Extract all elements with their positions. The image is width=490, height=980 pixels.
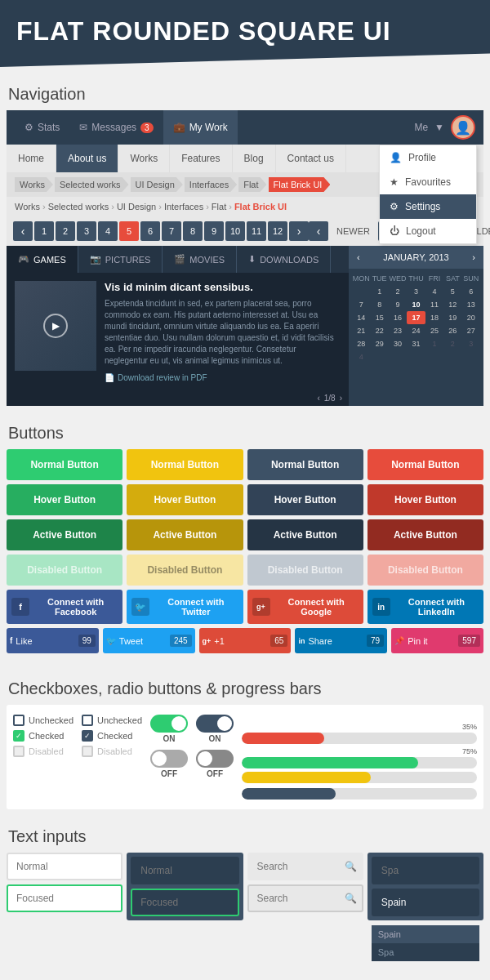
page-7[interactable]: 7 (162, 221, 181, 241)
autocomplete-item-spa[interactable]: Spa (372, 943, 479, 961)
dropdown-favourites[interactable]: ★ Favourites (380, 170, 476, 194)
dropdown-settings[interactable]: ⚙ Settings (380, 194, 476, 219)
toggle-on-2[interactable]: ON (196, 715, 234, 743)
tab-pictures[interactable]: 📷 PICTURES (78, 246, 163, 273)
page-6[interactable]: 6 (140, 221, 160, 241)
breadcrumb-flat[interactable]: Flat (238, 177, 266, 192)
toggle-switch-off-1[interactable] (150, 750, 188, 768)
cal-next-icon[interactable]: › (472, 252, 475, 262)
input-dark-focused[interactable] (131, 889, 238, 916)
page-5[interactable]: 5 (119, 221, 139, 241)
toggle-switch-on-1[interactable] (150, 715, 188, 733)
cal-prev-icon[interactable]: ‹ (357, 252, 360, 262)
pinterest-pin-btn[interactable]: 📌 Pin it 597 (391, 628, 483, 653)
radio-box-checked[interactable]: ✓ (82, 730, 93, 742)
btn-darkblue-normal[interactable]: Normal Button (247, 449, 363, 480)
tab-downloads[interactable]: ⬇ DOWNLOADS (237, 246, 331, 273)
btn-red-hover[interactable]: Hover Button (368, 484, 483, 515)
nav-top-messages[interactable]: ✉ Messages 3 (69, 110, 163, 145)
slide-next-icon[interactable]: › (340, 394, 342, 403)
btn-yellow-active[interactable]: Active Button (127, 519, 243, 550)
google-connect-btn[interactable]: g+ Connect with Google (247, 590, 363, 624)
toggle-on-1[interactable]: ON (150, 715, 188, 743)
page-4[interactable]: 4 (98, 221, 118, 241)
twitter-tweet-btn[interactable]: 🐦 Tweet 245 (103, 628, 195, 653)
toggle-switch-off-2[interactable] (196, 750, 234, 768)
nav-about[interactable]: About us (56, 145, 118, 172)
autocomplete-item-spain[interactable]: Spain (372, 925, 479, 943)
linkedin-share-btn[interactable]: in Share 79 (295, 628, 387, 653)
breadcrumb-interfaces[interactable]: Interfaces (185, 177, 237, 192)
facebook-connect-btn[interactable]: f Connect with Facebook (7, 590, 122, 624)
buttons-row-hover: Hover Button Hover Button Hover Button H… (7, 484, 483, 515)
breadcrumb-selected[interactable]: Selected works (55, 177, 129, 192)
media-content: ▶ Vis id minim dicant sensibus. Expetend… (7, 273, 349, 390)
media-thumbnail[interactable]: ▶ (15, 281, 96, 371)
prev-page-btn[interactable]: ‹ (13, 221, 33, 241)
breadcrumb-works[interactable]: Works (15, 177, 53, 192)
page-1[interactable]: 1 (34, 221, 54, 241)
radio-unchecked[interactable]: Unchecked (82, 715, 142, 726)
btn-darkblue-active[interactable]: Active Button (247, 519, 363, 550)
facebook-like-btn[interactable]: f Like 99 (7, 628, 99, 653)
dropdown-profile[interactable]: 👤 Profile (380, 145, 476, 170)
btn-red-normal[interactable]: Normal Button (368, 449, 483, 480)
dropdown-logout[interactable]: ⏻ Logout (380, 219, 476, 243)
checkbox-checked[interactable]: ✓ Checked (13, 730, 74, 742)
page-11[interactable]: 11 (247, 221, 266, 241)
input-autocomplete-normal[interactable] (372, 857, 479, 884)
btn-red-active[interactable]: Active Button (368, 519, 483, 550)
checkbox-box-checked[interactable]: ✓ (13, 730, 24, 742)
settings-icon: ⚙ (390, 201, 399, 212)
play-button[interactable]: ▶ (43, 314, 68, 338)
checkbox-unchecked[interactable]: Unchecked (13, 715, 74, 726)
page-3[interactable]: 3 (77, 221, 96, 241)
linkedin-connect-btn[interactable]: in Connect with LinkedIn (368, 590, 483, 624)
input-autocomplete-focused[interactable] (372, 889, 479, 916)
next-page-btn[interactable]: › (289, 221, 309, 241)
breadcrumb-flatbrick[interactable]: Flat Brick UI (269, 177, 331, 192)
progress-bg-4 (242, 788, 477, 800)
input-focused-1[interactable] (7, 884, 122, 912)
nav-features[interactable]: Features (170, 145, 232, 172)
input-dark-normal[interactable] (131, 857, 238, 884)
tab-games[interactable]: 🎮 GAMES (7, 246, 78, 273)
nav-home[interactable]: Home (7, 145, 56, 172)
newer-prev-btn[interactable]: ‹ (309, 221, 328, 241)
toggle-off-2[interactable]: OFF (196, 750, 234, 778)
nav-blog[interactable]: Blog (233, 145, 276, 172)
checkboxes-section-label: Checkboxes, radio buttons & progress bar… (0, 670, 490, 705)
user-avatar[interactable]: 👤 (451, 115, 475, 140)
input-normal-1[interactable] (7, 853, 122, 880)
toggle-switch-on-2[interactable] (196, 715, 234, 733)
nav-contact[interactable]: Contact us (276, 145, 346, 172)
page-8[interactable]: 8 (183, 221, 203, 241)
radio-box-unchecked[interactable] (82, 715, 93, 726)
page-9[interactable]: 9 (204, 221, 224, 241)
toggle-off-1[interactable]: OFF (150, 750, 188, 778)
btn-green-normal[interactable]: Normal Button (7, 449, 122, 480)
page-12[interactable]: 12 (268, 221, 287, 241)
radio-checked[interactable]: ✓ Checked (82, 730, 142, 742)
nav-top-stats[interactable]: ⚙ Stats (15, 110, 69, 145)
page-10[interactable]: 10 (225, 221, 245, 241)
nav-user-area[interactable]: Me ▼ 👤 (414, 115, 475, 140)
social-connect-buttons: f Connect with Facebook 🐦 Connect with T… (7, 590, 483, 624)
checkbox-box-unchecked[interactable] (13, 715, 24, 726)
btn-green-active[interactable]: Active Button (7, 519, 122, 550)
media-download-link[interactable]: 📄 Download review in PDF (105, 373, 341, 382)
breadcrumb-uidesign[interactable]: UI Design (131, 177, 183, 192)
twitter-connect-btn[interactable]: 🐦 Connect with Twitter (127, 590, 243, 624)
progress-bar-3 (242, 772, 477, 783)
input-search-wrapper-1: 🔍 (247, 853, 363, 880)
slide-prev-icon[interactable]: ‹ (317, 394, 319, 403)
nav-top-mywork[interactable]: 💼 My Work (163, 110, 238, 145)
tab-movies[interactable]: 🎬 MOVIES (163, 246, 237, 273)
page-2[interactable]: 2 (56, 221, 75, 241)
btn-yellow-hover[interactable]: Hover Button (127, 484, 243, 515)
nav-works[interactable]: Works (118, 145, 170, 172)
btn-green-hover[interactable]: Hover Button (7, 484, 122, 515)
btn-darkblue-hover[interactable]: Hover Button (247, 484, 363, 515)
btn-yellow-normal[interactable]: Normal Button (127, 449, 243, 480)
google-plus-btn[interactable]: g+ +1 65 (199, 628, 292, 653)
